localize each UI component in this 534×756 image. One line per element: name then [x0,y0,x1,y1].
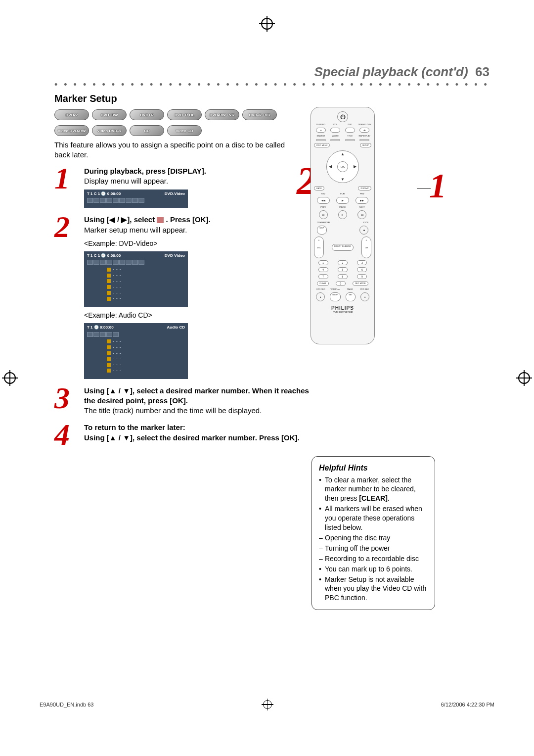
setup-button: SETUP [360,143,371,147]
marker-icon [157,217,164,223]
prev-button: ⏮ [319,210,328,219]
num-2: 2 [338,260,348,265]
pill-button [330,139,340,141]
disc-badge: CD [130,125,164,136]
dubbing-button: DIRECT DUBBING [332,244,354,251]
page-footer: E9A90UD_EN.indb 63 6/12/2006 4:22:30 PM [40,700,494,709]
num-5: 5 [338,267,348,272]
registration-mark-top [261,18,273,30]
step-body: The title (track) number and the time wi… [84,406,262,415]
footer-left: E9A90UD_EN.indb 63 [40,702,93,708]
num-9: 9 [357,274,367,279]
step-number: 2 [54,215,79,239]
page-content: Special playback (cont'd) 63 • • • • • •… [54,64,490,677]
hints-title: Helpful Hints [319,463,428,473]
dotted-rule: • • • • • • • • • • • • • • • • • • • • … [54,80,490,90]
disc-badge: Video CD [167,125,202,136]
arrow-down-icon: ▼ [341,177,345,182]
disc-badge: DVD-V [54,109,89,120]
star-icon [107,345,111,349]
step-4: 4 To return to the marker later: Using [… [54,423,312,447]
hint-item: Turning off the power [319,544,428,553]
registration-mark-right [518,372,530,384]
pill-button [345,128,355,133]
recmode-button: REC MODE [353,281,368,286]
registration-mark-left [4,372,16,384]
disc-badge: DVD+R [130,109,164,120]
vol-rocker: +VOL− [314,236,324,258]
step-title: During playback, press [DISPLAY]. [84,167,206,175]
step-title: Using [▲ / ▼], select a desired marker n… [84,386,309,405]
step-number: 4 [54,423,79,447]
star-icon [107,279,111,283]
disc-badge-row2: Video DVD-RW Video DVD-R CD Video CD [54,125,490,136]
osd-panel-cd: T 1 🕘 0:00:00 Audio CD - - - - - - - - -… [84,323,188,379]
disc-badge: DVD+R DL [167,109,202,120]
nav-pad: ▲ ▼ ◀ ▶ OK [326,150,359,183]
step-body: Display menu will appear. [84,177,168,185]
star-icon [107,291,111,295]
step-2: 2 Using [◀ / ▶], select . Press [OK]. Ma… [54,215,312,378]
section-title: Marker Setup [54,93,490,104]
ok-button: OK [337,161,348,172]
hint-item: Marker Setup is not available when you p… [319,575,428,603]
pill-button [316,139,326,141]
callout-leader-line [417,188,431,189]
num-1: 1 [318,260,328,265]
num-0: 0 [336,281,346,286]
hint-item: To clear a marker, select the marker num… [319,475,428,504]
chapter-title: Special playback (cont'd) [314,64,468,79]
step-title: Using [◀ / ▶], select . Press [OK]. [84,215,211,224]
step-number: 3 [54,386,79,411]
disc-badge: DVD-R +VR [242,109,277,120]
osd-panel-dvd: T 1 C 1 🕘 0:00:00 DVD-Video - - - - - - … [84,251,188,307]
step-number: 1 [54,166,79,191]
brand-label: PHILIPS [331,305,354,311]
play-button: ▶ [336,197,349,204]
star-icon [107,285,111,289]
osd-icon-row [87,198,185,203]
star-icon [107,339,111,343]
osd-marker-list: - - - - - - - - - - - - - - - - - - [87,339,185,374]
osd-top-left: T 1 🕘 0:00:00 [87,325,114,331]
star-icon [107,297,111,301]
step-3: 3 Using [▲ / ▼], select a desired marker… [54,386,312,416]
osd-icon-row [87,332,185,337]
back-button: BACK [314,186,324,190]
step-title: To return to the marker later: Using [▲ … [84,423,300,441]
num-8: 8 [338,274,348,279]
star-icon [107,274,111,278]
pill-button [330,128,340,133]
callout-one: 1 [429,166,446,206]
rec-button: ● [360,292,369,301]
arrow-right-icon: ▶ [354,164,356,169]
footer-right: 6/12/2006 4:22:30 PM [441,702,494,708]
hint-item: All markers will be erased when you oper… [319,504,428,532]
osd-panel: T 1 C 1 🕘 0:00:00 DVD-Video [84,189,188,208]
helpful-hints-box: Helpful Hints To clear a marker, select … [312,456,435,610]
rec-button: ● [316,292,325,301]
stop-button: ■ [359,226,368,235]
step-1: 1 During playback, press [DISPLAY]. Disp… [54,166,312,208]
star-icon [107,363,111,367]
disc-badge-row: DVD-V DVD+RW DVD+R DVD+R DL DVD-RW +VR D… [54,109,490,120]
ch-rocker: +CH− [361,236,371,258]
skip-button: SKIP [317,226,327,235]
step-body: Marker setup menu will appear. [84,226,187,234]
num-4: 4 [318,267,328,272]
arrow-left-icon: ◀ [329,164,332,169]
star-icon [107,357,111,361]
hint-item: Recording to a recordable disc [319,554,428,564]
pill-button: ⏏ [359,128,369,133]
pill-button [345,139,355,141]
star-icon [107,369,111,373]
osd-top-right: DVD-Video [165,253,185,259]
disc-badge: DVD-RW +VR [205,109,239,120]
pause-button: ⏸ [338,210,347,219]
arrow-up-icon: ▲ [341,152,345,156]
clear-button: CLEAR [317,281,328,286]
disc-badge: DVD+RW [92,109,127,120]
star-icon [107,268,111,272]
disc-badge: Video DVD-R [92,125,127,136]
osd-icon-row [87,260,185,265]
